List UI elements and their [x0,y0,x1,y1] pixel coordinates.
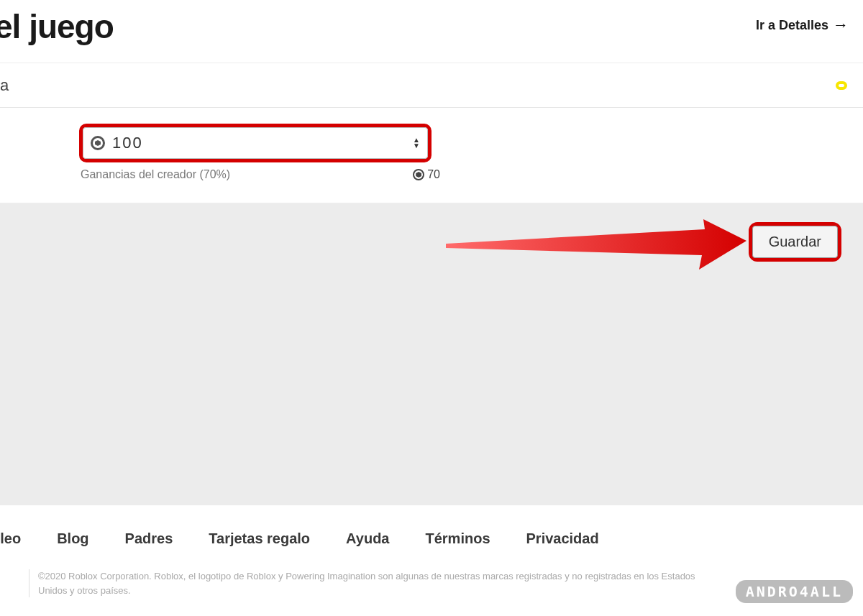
footer-link[interactable]: Privacidad [526,530,599,547]
highlight-save: Guardar [749,222,841,262]
stepper-icon[interactable]: ▲▼ [413,137,423,149]
details-link-label: Ir a Detalles [756,18,828,33]
sale-section: ta 100 ▲▼ Ganancias del creador (70%) [0,63,863,203]
price-value: 100 [112,134,413,152]
earnings-value: 70 [427,168,440,181]
robux-icon [413,169,424,180]
page-title: el juego [0,0,114,57]
footer-link[interactable]: Términos [425,530,490,547]
copyright-text: ©2020 Roblox Corporation. Roblox, el log… [29,569,719,597]
save-area: Guardar [0,203,863,505]
details-link[interactable]: Ir a Detalles → [756,17,849,33]
save-button[interactable]: Guardar [752,226,838,258]
annotation-arrow-icon [446,216,748,274]
robux-icon [91,136,105,150]
footer-link[interactable]: Ayuda [346,530,389,547]
price-input[interactable]: 100 ▲▼ [83,127,428,159]
footer-link[interactable]: Blog [57,530,88,547]
footer-nav: oleo Blog Padres Tarjetas regalo Ayuda T… [0,530,863,547]
highlight-toggle [836,81,847,90]
footer-link[interactable]: oleo [0,530,21,547]
footer-link[interactable]: Tarjetas regalo [209,530,310,547]
arrow-right-icon: → [833,17,849,33]
earnings-label: Ganancias del creador (70%) [81,168,230,181]
svg-marker-0 [446,219,746,270]
footer-link[interactable]: Padres [125,530,173,547]
watermark: ANDRO4ALL [736,580,853,603]
sale-row-label: ta [0,76,9,95]
highlight-price: 100 ▲▼ [79,124,432,162]
toggle-knob [821,87,840,106]
